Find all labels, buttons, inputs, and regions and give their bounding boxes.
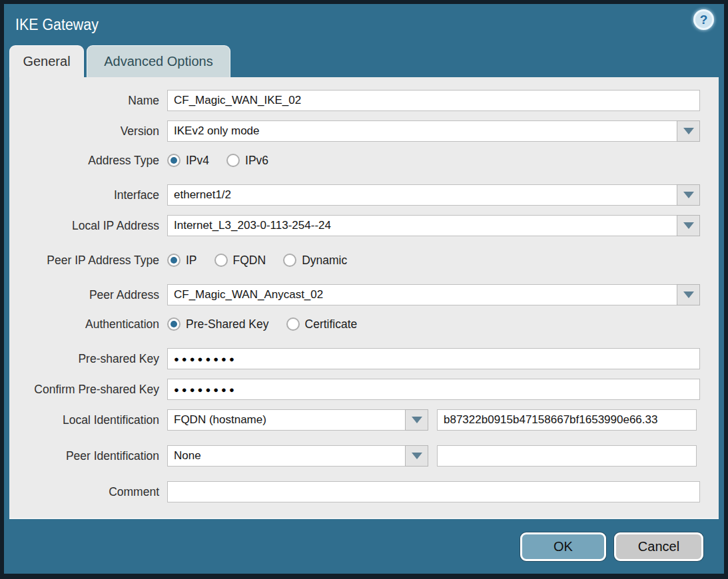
radio-option-fqdn[interactable]: FQDN [214,254,266,268]
radio-ip-selected[interactable] [167,254,181,267]
radio-ipv4-label[interactable]: IPv4 [186,154,209,168]
cancel-button[interactable]: Cancel [614,532,703,561]
radio-pre-shared-key-selected[interactable] [167,317,181,331]
local-ip-address-label: Local IP Address [9,219,167,233]
interface-dropdown-button[interactable] [677,184,700,206]
local-identification-label: Local Identification [9,413,167,427]
pre-shared-key-input[interactable]: ●●●●●●●● [167,348,700,369]
pre-shared-key-label: Pre-shared Key [9,352,167,366]
version-row: Version IKEv2 only mode [9,120,719,142]
comment-label: Comment [9,485,167,499]
radio-option-dynamic[interactable]: Dynamic [283,254,347,268]
radio-dynamic-label[interactable]: Dynamic [302,254,347,268]
peer-address-dropdown-button[interactable] [677,284,700,305]
peer-identification-value-input[interactable] [437,445,697,467]
name-row: Name CF_Magic_WAN_IKE_02 [9,90,719,111]
chevron-down-icon [683,128,694,134]
interface-select-value[interactable]: ethernet1/2 [167,184,677,206]
local-identification-select[interactable]: FQDN (hostname) [167,409,428,431]
peer-identification-dropdown-button[interactable] [405,445,428,467]
comment-input[interactable] [167,481,700,502]
title-bar: IKE Gateway ? [4,4,724,45]
radio-certificate-unselected[interactable] [286,317,300,331]
help-icon[interactable]: ? [693,9,714,30]
peer-ip-address-type-label: Peer IP Address Type [9,254,167,268]
interface-select[interactable]: ethernet1/2 [167,184,700,206]
peer-address-row: Peer Address CF_Magic_WAN_Anycast_02 [9,284,719,305]
radio-option-ipv4[interactable]: IPv4 [167,154,209,168]
local-identification-select-value[interactable]: FQDN (hostname) [167,409,406,431]
confirm-pre-shared-key-row: Confirm Pre-shared Key ●●●●●●●● [9,379,719,400]
comment-row: Comment [9,481,719,502]
version-select[interactable]: IKEv2 only mode [167,120,700,142]
interface-label: Interface [9,188,167,202]
radio-option-ip[interactable]: IP [167,254,197,268]
authentication-radiogroup: Pre-Shared Key Certificate [167,317,374,331]
chevron-down-icon [683,291,694,298]
tab-advanced-options[interactable]: Advanced Options [87,45,230,77]
chevron-down-icon [683,192,694,198]
local-ip-address-select[interactable]: Internet_L3_203-0-113-254--24 [167,215,700,236]
local-identification-row: Local Identification FQDN (hostname) b87… [9,409,719,431]
radio-ipv6-unselected[interactable] [226,154,240,167]
peer-address-label: Peer Address [9,288,167,302]
address-type-radiogroup: IPv4 IPv6 [167,154,286,168]
peer-identification-select-value[interactable]: None [167,445,406,467]
local-identification-value-input[interactable]: b87322b0915b47158667bf1653990e66.33 [437,409,697,431]
peer-identification-select[interactable]: None [167,445,428,467]
peer-address-select-value[interactable]: CF_Magic_WAN_Anycast_02 [167,284,677,305]
radio-ipv6-label[interactable]: IPv6 [245,154,268,168]
radio-dynamic-unselected[interactable] [283,254,296,267]
ok-button[interactable]: OK [520,532,606,561]
address-type-row: Address Type IPv4 IPv6 [9,151,719,170]
local-ip-address-select-value[interactable]: Internet_L3_203-0-113-254--24 [167,215,677,236]
authentication-row: Authentication Pre-Shared Key Certificat… [9,315,719,333]
tab-general[interactable]: General [9,45,84,77]
radio-certificate-label[interactable]: Certificate [305,317,358,331]
tab-bar: General Advanced Options [9,45,724,77]
chevron-down-icon [412,453,422,459]
radio-option-certificate[interactable]: Certificate [286,317,358,331]
dialog-footer: OK Cancel [4,519,724,574]
version-label: Version [9,124,167,138]
radio-option-pre-shared-key[interactable]: Pre-Shared Key [167,317,269,331]
peer-identification-label: Peer Identification [9,449,167,463]
ike-gateway-dialog: IKE Gateway ? General Advanced Options N… [4,4,724,574]
name-input[interactable]: CF_Magic_WAN_IKE_02 [167,90,700,111]
radio-pre-shared-key-label[interactable]: Pre-Shared Key [186,317,269,331]
chevron-down-icon [412,417,422,423]
name-label: Name [9,94,167,108]
dialog-frame: IKE Gateway ? General Advanced Options N… [0,0,728,579]
radio-ip-label[interactable]: IP [186,254,197,268]
radio-fqdn-label[interactable]: FQDN [233,254,266,268]
radio-fqdn-unselected[interactable] [214,254,228,267]
peer-ip-address-type-radiogroup: IP FQDN Dynamic [167,254,364,268]
radio-option-ipv6[interactable]: IPv6 [226,154,268,168]
interface-row: Interface ethernet1/2 [9,184,719,206]
authentication-label: Authentication [9,317,167,331]
radio-ipv4-selected[interactable] [167,154,181,167]
pre-shared-key-row: Pre-shared Key ●●●●●●●● [9,348,719,369]
address-type-label: Address Type [9,154,167,168]
dialog-title: IKE Gateway [15,16,99,34]
peer-identification-row: Peer Identification None [9,445,719,467]
general-tab-panel: Name CF_Magic_WAN_IKE_02 Version IKEv2 o… [9,77,719,519]
peer-address-select[interactable]: CF_Magic_WAN_Anycast_02 [167,284,700,305]
confirm-pre-shared-key-label: Confirm Pre-shared Key [9,383,167,397]
peer-ip-address-type-row: Peer IP Address Type IP FQDN [9,251,719,270]
local-ip-address-row: Local IP Address Internet_L3_203-0-113-2… [9,215,719,236]
version-dropdown-button[interactable] [677,120,700,142]
confirm-pre-shared-key-input[interactable]: ●●●●●●●● [167,379,700,400]
local-identification-dropdown-button[interactable] [405,409,428,431]
local-ip-address-dropdown-button[interactable] [677,215,700,236]
chevron-down-icon [683,222,694,229]
version-select-value[interactable]: IKEv2 only mode [167,120,677,142]
help-glyph: ? [700,13,708,27]
